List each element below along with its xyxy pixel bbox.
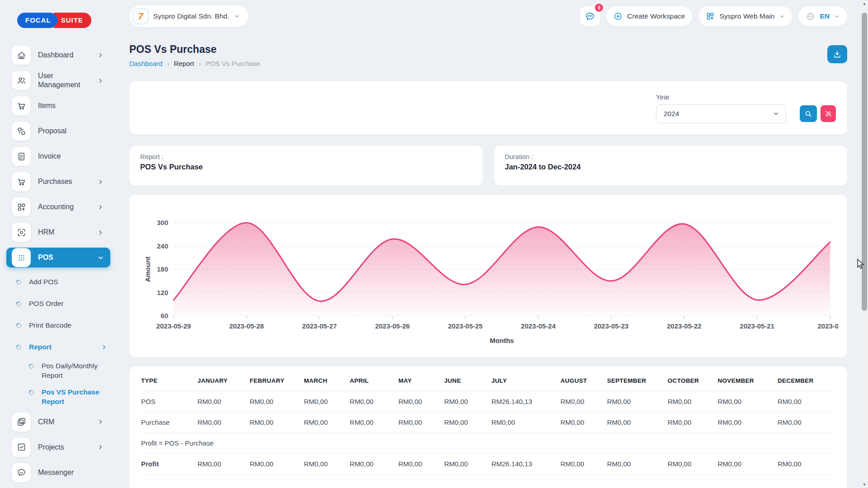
value-cell: RM0,00 [717,391,778,412]
column-header-may: MAY [398,369,444,391]
svg-text:120: 120 [157,289,168,296]
search-button[interactable] [800,105,817,122]
svg-text:2023-05-25: 2023-05-25 [448,322,483,330]
column-header-march: MARCH [304,369,349,391]
scrollbar-down-arrow[interactable]: ▼ [861,481,868,488]
language-selector[interactable]: EN [798,6,847,26]
focal-suite-logo[interactable]: FOCAL SUITE [17,13,91,28]
column-header-november: NOVEMBER [717,369,778,391]
hrm-icon [12,223,31,242]
chevron-right-icon [97,444,104,450]
bullet-icon [15,300,23,307]
breadcrumb-separator: › [167,60,169,67]
sidebar-item-invoice[interactable]: Invoice [6,146,110,166]
column-header-august: AUGUST [561,369,607,391]
sidebar-item-crm[interactable]: CRM [6,412,110,432]
search-icon [804,110,812,118]
sidebar-item-accounting[interactable]: Accounting [6,197,110,217]
svg-text:240: 240 [157,242,168,250]
duration-summary-card: Duration : Jan-2024 to Dec-2024 [494,145,848,186]
year-label: Year [656,93,836,101]
svg-text:2023-05-23: 2023-05-23 [594,322,629,330]
profit-formula-note: Profit = POS - Purchase [141,433,835,454]
sidebar-item-print-barcode[interactable]: Print Barcode [16,316,110,334]
bullet-icon [15,322,23,329]
column-header-september: SEPTEMBER [607,369,668,391]
value-cell: RM0,00 [350,454,399,474]
workspace-name: Syspro Digital Sdn. Bhd. [153,12,229,20]
value-cell: RM0,00 [250,454,304,474]
value-cell: RM0,00 [668,391,718,412]
clear-filter-button[interactable] [821,105,836,122]
filter-card: Year 2024 [129,81,847,135]
table-row-pos: POSRM0,00RM0,00RM0,00RM0,00RM0,00RM0,00R… [141,391,835,412]
scrollbar[interactable]: ▲ ▼ [861,0,868,488]
projects-icon [12,438,31,457]
bullet-icon [15,278,23,286]
svg-text:2023-05-24: 2023-05-24 [521,322,556,330]
type-cell: POS [141,391,198,412]
svg-text:Amount: Amount [144,257,151,282]
value-cell: RM0,00 [198,454,250,474]
value-cell: RM0,00 [668,454,718,474]
value-cell: RM0,00 [444,391,491,412]
globe-icon [806,12,815,21]
chevron-right-icon [97,77,104,84]
topbar-right: 0 Create Workspace Syspro Web Main EN [580,6,847,26]
chevron-right-icon [97,204,104,211]
chevron-down-icon [773,110,779,117]
sidebar-item-proposal[interactable]: Proposal [6,121,110,141]
column-header-type: TYPE [141,369,198,391]
breadcrumb-dashboard[interactable]: Dashboard [129,60,162,67]
create-workspace-button[interactable]: Create Workspace [606,6,692,26]
sidebar-item-pos-vs-purchase-report[interactable]: Pos VS Purchase Report [29,386,110,408]
value-cell: RM0,00 [198,391,250,412]
workspace-selector[interactable]: 7 Syspro Digital Sdn. Bhd. [129,5,248,27]
value-cell: RM0,00 [607,412,668,433]
sidebar-item-report[interactable]: Report [16,338,110,356]
chevron-right-icon [97,418,104,425]
chevron-right-icon [101,344,108,351]
scrollbar-up-arrow[interactable]: ▲ [861,0,868,7]
sidebar-item-hrm[interactable]: HRM [6,222,110,242]
sidebar-item-dashboard[interactable]: Dashboard [6,45,110,65]
messenger-icon [12,463,31,482]
report-value: POS Vs Purchase [140,163,472,171]
year-select-value: 2024 [664,110,679,118]
chevron-down-icon [834,14,840,19]
table-row-purchase: PurchaseRM0,00RM0,00RM0,00RM0,00RM0,00RM… [141,412,835,433]
app-selector[interactable]: Syspro Web Main [698,6,792,26]
value-cell: RM0,00 [561,391,607,412]
sidebar-item-items[interactable]: Items [6,96,110,116]
cart-icon [12,96,31,115]
value-cell: RM0,00 [398,454,444,474]
sidebar-item-user-management[interactable]: User Management [6,70,110,90]
report-table: TYPEJANUARYFEBRUARYMARCHAPRILMAYJUNEJULY… [141,369,835,474]
bullet-icon [28,389,35,396]
bullet-icon [15,343,23,351]
value-cell: RM0,00 [778,412,835,433]
cart-icon [12,172,31,191]
chat-badge: 0 [595,4,603,12]
sidebar-item-messenger[interactable]: Messenger [6,463,110,483]
download-button[interactable] [827,45,847,63]
home-icon [12,46,31,65]
sidebar-item-pos-order[interactable]: POS Order [16,295,110,313]
profit-formula-row: Profit = POS - Purchase [141,433,835,454]
sidebar-item-projects[interactable]: Projects [6,437,110,457]
main-area: 7 Syspro Digital Sdn. Bhd. 0 Create Work… [117,0,861,488]
scrollbar-thumb[interactable] [862,13,867,311]
svg-text:2023-05-21: 2023-05-21 [740,322,774,330]
breadcrumb-report[interactable]: Report [174,60,194,67]
messages-button[interactable]: 0 [580,6,600,26]
value-cell: RM0,00 [398,412,444,433]
sidebar-item-pos-daily-monthly-report[interactable]: Pos Daily/Monthly Report [29,360,110,382]
year-select[interactable]: 2024 [656,104,786,123]
sidebar-item-purchases[interactable]: Purchases [6,172,110,192]
sidebar-item-add-pos[interactable]: Add POS [16,273,110,291]
svg-text:Months: Months [490,337,514,344]
value-cell: RM0,00 [668,412,718,433]
chat-bubble-icon [585,11,595,22]
sidebar-item-pos[interactable]: POS [6,248,110,267]
value-cell: RM0,00 [250,391,304,412]
